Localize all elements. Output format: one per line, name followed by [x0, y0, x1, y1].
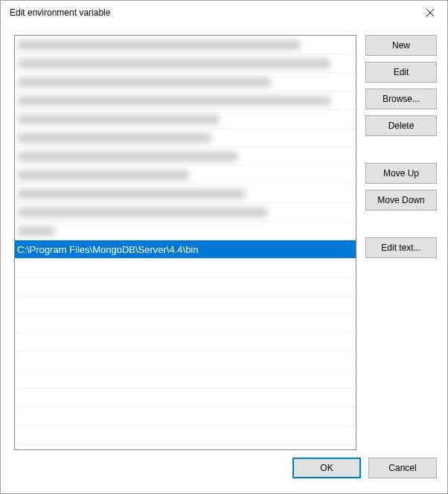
list-empty-area [15, 259, 356, 449]
close-button[interactable] [413, 1, 447, 25]
list-item[interactable] [15, 92, 356, 110]
list-item[interactable] [15, 54, 356, 73]
list-item[interactable] [15, 222, 356, 240]
bottom-button-bar: OK Cancel [1, 458, 447, 489]
titlebar: Edit environment variable [1, 1, 447, 25]
move-down-button[interactable]: Move Down [365, 190, 437, 211]
list-item[interactable] [15, 166, 356, 185]
list-item[interactable] [15, 110, 356, 129]
spacer [365, 216, 437, 237]
list-item[interactable] [15, 203, 356, 222]
list-item[interactable] [15, 129, 356, 147]
list-item[interactable] [15, 185, 356, 203]
cancel-button[interactable]: Cancel [368, 458, 437, 478]
list-item[interactable] [15, 147, 356, 166]
list-inner [15, 36, 356, 259]
new-button[interactable]: New [365, 35, 437, 56]
delete-button[interactable]: Delete [365, 115, 437, 136]
move-up-button[interactable]: Move Up [365, 163, 437, 184]
edit-text-button[interactable]: Edit text... [365, 237, 437, 258]
list-item[interactable] [15, 73, 356, 92]
close-icon [426, 9, 434, 16]
ok-button[interactable]: OK [292, 458, 361, 478]
dialog-content: New Edit Browse... Delete Move Up Move D… [1, 25, 447, 458]
list-item[interactable] [15, 36, 356, 54]
window-title: Edit environment variable [10, 7, 110, 18]
side-button-panel: New Edit Browse... Delete Move Up Move D… [365, 35, 437, 450]
edit-button[interactable]: Edit [365, 62, 437, 83]
browse-button[interactable]: Browse... [365, 89, 437, 109]
path-edit-input[interactable] [15, 241, 228, 258]
spacer [365, 142, 437, 163]
path-listbox[interactable] [14, 35, 356, 450]
list-item-selected[interactable] [15, 240, 356, 259]
